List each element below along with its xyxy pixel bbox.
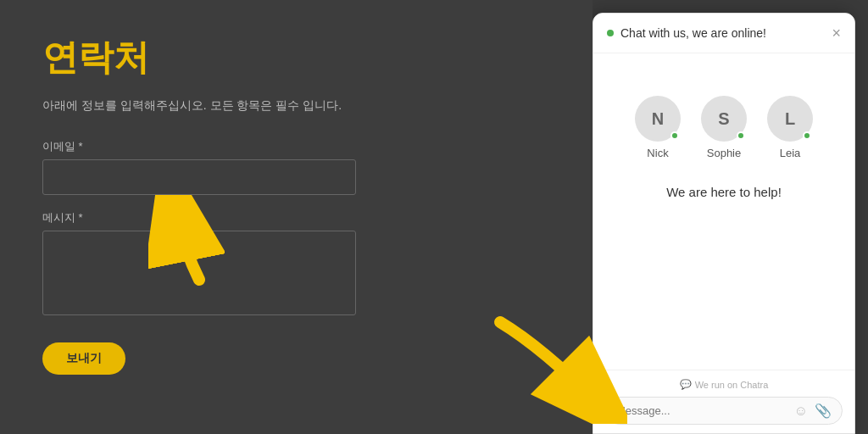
email-label: 이메일 * [42,139,550,154]
agent-leia-name: Leia [780,147,801,159]
chat-message-input[interactable] [616,404,787,417]
agent-nick-name: Nick [647,147,668,159]
agent-sophie-avatar: S [701,96,747,142]
page-title: 연락처 [42,34,550,81]
agent-sophie-initial: S [718,109,729,129]
page-subtitle: 아래에 정보를 입력해주십시오. 모든 항목은 필수 입니다. [42,98,550,114]
chat-footer: 💬 We run on Chatra ☺ 📎 [593,370,854,433]
contact-page: 연락처 아래에 정보를 입력해주십시오. 모든 항목은 필수 입니다. 이메일 … [0,0,593,434]
chat-close-button[interactable]: × [832,25,841,41]
submit-button[interactable]: 보내기 [42,342,125,375]
agent-leia-avatar: L [767,96,813,142]
agents-row: N Nick S Sophie L Leia [635,96,813,159]
message-label: 메시지 * [42,210,550,225]
chat-help-text: We are here to help! [666,185,782,199]
chat-bubble-icon: 💬 [680,379,692,390]
agent-leia: L Leia [767,96,813,159]
chat-powered-text: We run on Chatra [695,380,769,390]
chat-widget: Chat with us, we are online! × N Nick S … [593,13,855,434]
chat-header: Chat with us, we are online! × [593,14,854,53]
chat-header-title: Chat with us, we are online! [620,26,766,40]
agent-nick-avatar: N [635,96,681,142]
chat-header-left: Chat with us, we are online! [607,26,766,40]
message-input[interactable] [42,231,356,315]
agent-sophie-name: Sophie [707,147,741,159]
agent-sophie-status [737,131,745,140]
email-form-group: 이메일 * [42,139,550,195]
agent-leia-status [803,131,811,140]
online-status-dot [607,30,614,36]
message-form-group: 메시지 * [42,210,550,319]
attach-icon[interactable]: 📎 [815,403,832,419]
chat-input-row[interactable]: ☺ 📎 [605,397,843,425]
agent-nick: N Nick [635,96,681,159]
agent-nick-initial: N [652,109,664,129]
agent-leia-initial: L [785,109,795,129]
agent-sophie: S Sophie [701,96,747,159]
chat-powered-row: 💬 We run on Chatra [605,379,843,390]
chat-body: N Nick S Sophie L Leia [593,53,854,370]
agent-nick-status [670,131,679,140]
email-input[interactable] [42,159,356,195]
emoji-icon[interactable]: ☺ [794,403,808,419]
